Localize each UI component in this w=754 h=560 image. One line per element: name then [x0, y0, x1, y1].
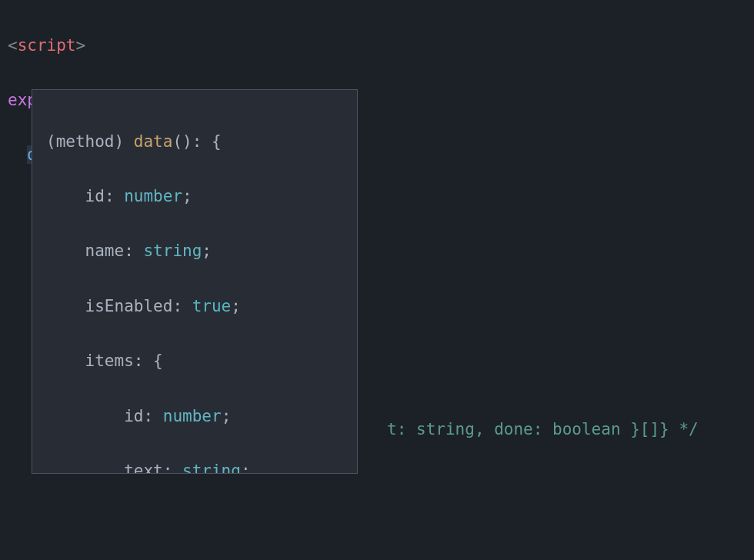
tooltip-line: text: string;: [46, 458, 343, 474]
tooltip-line: name: string;: [46, 238, 343, 265]
tooltip-line: id: number;: [46, 403, 343, 431]
tooltip-line: isEnabled: true;: [46, 293, 343, 321]
code-line: [8, 472, 746, 499]
tooltip-line: items: {: [46, 348, 343, 375]
tooltip-line: id: number;: [46, 183, 343, 211]
code-line: <script>: [8, 32, 746, 60]
jsdoc-comment-fragment: t: string, done: boolean }[]} */: [387, 420, 699, 438]
code-line: [8, 526, 746, 554]
tooltip-line: (method) data(): {: [46, 128, 343, 156]
hover-type-tooltip: (method) data(): { id: number; name: str…: [32, 89, 358, 474]
